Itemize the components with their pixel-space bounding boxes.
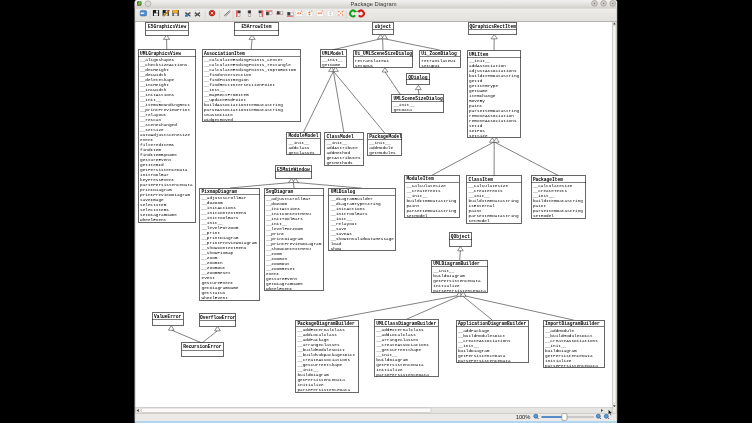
svg-text:UMLDialog: UMLDialog <box>331 189 356 194</box>
svg-text:show: show <box>331 246 342 251</box>
svg-text:setupUi: setupUi <box>421 63 440 68</box>
svg-text:QDialog: QDialog <box>408 75 427 80</box>
svg-text:Package Diagram: Package Diagram <box>350 1 396 7</box>
svg-text:AssociationItem: AssociationItem <box>204 51 245 56</box>
svg-text:parsePersistenceData: parsePersistenceData <box>297 387 350 392</box>
svg-text:getData: getData <box>394 107 413 112</box>
svg-text:ImportDiagramBuilder: ImportDiagramBuilder <box>545 321 600 326</box>
svg-text:ModuleModel: ModuleModel <box>288 133 318 138</box>
svg-text:UMLItem: UMLItem <box>469 52 488 57</box>
svg-text:UMLGraphicsView: UMLGraphicsView <box>140 51 181 56</box>
svg-text:setModel: setModel <box>469 218 490 223</box>
svg-text:QObject: QObject <box>451 234 470 239</box>
svg-text:setModel: setModel <box>406 213 427 218</box>
svg-text:getClasses: getClasses <box>288 150 315 155</box>
svg-text:wheelEvent: wheelEvent <box>266 286 293 291</box>
svg-text:PackageItem: PackageItem <box>533 177 563 182</box>
svg-text:QGraphicsRectItem: QGraphicsRectItem <box>470 24 517 29</box>
svg-text:ApplicationDiagramBuilder: ApplicationDiagramBuilder <box>458 321 526 326</box>
svg-text:PackageModel: PackageModel <box>369 134 402 139</box>
svg-text:OverflowError: OverflowError <box>200 315 236 320</box>
svg-text:parsePersistenceData: parsePersistenceData <box>433 288 486 293</box>
svg-text:getName: getName <box>322 62 341 67</box>
svg-text:E5ArrowItem: E5ArrowItem <box>241 24 271 29</box>
svg-text:parsePersistenceData: parsePersistenceData <box>545 363 598 368</box>
svg-text:E5GraphicsView: E5GraphicsView <box>148 24 186 29</box>
svg-text:E5MainWindow: E5MainWindow <box>277 167 310 172</box>
svg-text:ClassModel: ClassModel <box>326 134 354 139</box>
svg-text:parsePersistenceData: parsePersistenceData <box>458 358 511 363</box>
svg-text:UMLSceneSizeDialog: UMLSceneSizeDialog <box>394 96 443 101</box>
svg-text:setModel: setModel <box>533 213 554 218</box>
svg-text:ClassItem: ClassItem <box>469 177 494 182</box>
svg-text:RecursionError: RecursionError <box>183 344 221 349</box>
svg-text:Ui_UMLSceneSizeDialog: Ui_UMLSceneSizeDialog <box>355 51 413 56</box>
svg-text:wheelEvent: wheelEvent <box>140 217 167 222</box>
svg-text:getMethods: getMethods <box>326 160 353 165</box>
svg-text:UMLModel: UMLModel <box>322 51 344 56</box>
svg-text:parsePersistenceData: parsePersistenceData <box>376 372 429 377</box>
svg-text:wheelEvent: wheelEvent <box>202 295 229 300</box>
svg-text:PackageDiagramBuilder: PackageDiagramBuilder <box>297 321 355 326</box>
svg-text:setupUi: setupUi <box>355 63 374 68</box>
svg-text:100%: 100% <box>516 414 531 420</box>
svg-text:UMLClassDiagramBuilder: UMLClassDiagramBuilder <box>376 321 436 326</box>
svg-text:widgetMoved: widgetMoved <box>204 117 233 122</box>
svg-text:getModules: getModules <box>369 150 396 155</box>
svg-text:UMLDiagramBuilder: UMLDiagramBuilder <box>433 261 480 266</box>
svg-text:ValueError: ValueError <box>154 314 182 319</box>
svg-text:setSize: setSize <box>469 133 488 138</box>
svg-text:ModuleItem: ModuleItem <box>406 176 434 181</box>
svg-text:Ui_ZoomDialog: Ui_ZoomDialog <box>421 51 457 56</box>
svg-text:SvgDiagram: SvgDiagram <box>266 189 294 194</box>
svg-text:PixmapDiagram: PixmapDiagram <box>202 189 238 194</box>
svg-text:object: object <box>375 24 392 29</box>
